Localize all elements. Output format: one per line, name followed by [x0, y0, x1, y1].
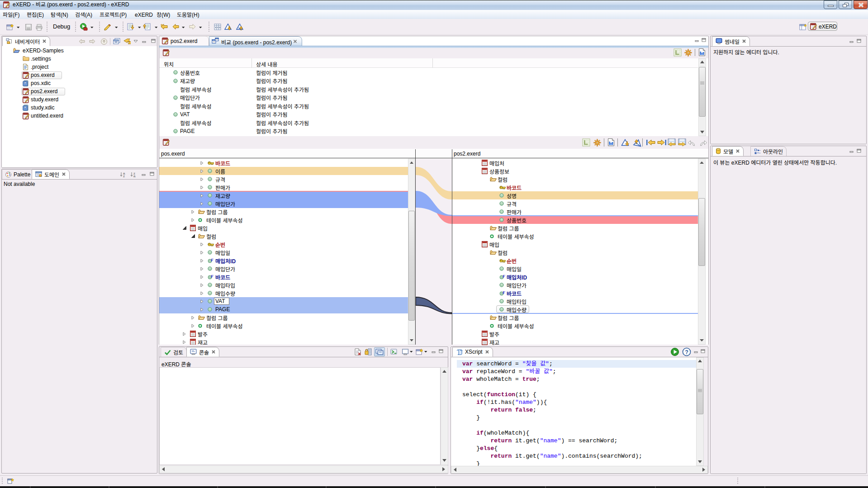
svg-text:?: ?: [685, 349, 688, 355]
svg-text:F: F: [502, 274, 505, 279]
svg-text:F: F: [210, 274, 213, 279]
svg-text:z: z: [123, 174, 125, 178]
svg-text:F: F: [210, 258, 213, 262]
svg-text:a: a: [133, 174, 136, 178]
svg-text:F: F: [502, 290, 505, 295]
